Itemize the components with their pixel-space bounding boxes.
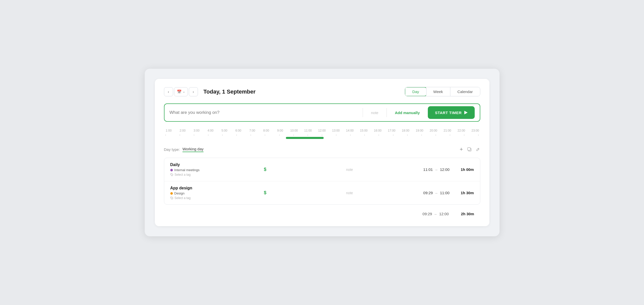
start-timer-label: START TIMER [435,111,462,115]
project-dot-2 [170,192,173,195]
entry-name-1: Daily [170,163,221,167]
nav-controls: ‹ 📅 ⌄ › [164,87,198,96]
copy-entry-button[interactable] [467,147,472,152]
tab-week[interactable]: Week [426,87,450,96]
time-label-23: 23:00 [471,129,479,132]
edit-entry-button[interactable] [476,147,480,152]
prev-button[interactable]: ‹ [164,87,173,96]
time-label-19: 19:00 [416,129,423,132]
entry-note-1[interactable]: note [309,168,390,172]
time-dash-1: – [435,167,437,172]
timeline-track [165,137,479,139]
day-type-row: Day type: Working day + [164,146,480,153]
time-label-5: 5:00 [220,129,228,132]
totals-start: 09:29 [422,212,432,216]
entry-name-2: App design [170,186,221,190]
entry-tag-1[interactable]: Select a tag [170,173,221,176]
timeline-section: 1:00 2:00 3:00 4:00 5:00 6:00 7:00 8:00 … [164,129,480,139]
time-label-11: 11:00 [304,129,312,132]
totals-duration: 2h 30m [454,212,474,216]
add-manually-button[interactable]: Add manually [391,111,424,115]
time-label-1: 1:00 [165,129,173,132]
entry-info-1: Daily Internal meetings Select a tag [170,163,221,176]
project-label-1: Internal meetings [174,168,200,172]
day-type-label: Day type: [164,147,180,152]
time-label-2: 2:00 [179,129,186,132]
entries-card: Daily Internal meetings Select a tag $ [164,158,480,205]
chevron-right-icon: › [193,90,194,94]
calendar-chevron-icon: ⌄ [183,90,185,93]
day-type-actions: + [460,146,480,153]
entry-note-2[interactable]: note [309,191,390,195]
note-field[interactable]: note [367,111,382,115]
timeline-bar [286,137,324,139]
time-label-15: 15:00 [360,129,367,132]
entry-duration-1: 1h 00m [454,167,474,172]
time-label-16: 16:00 [374,129,381,132]
tab-calendar[interactable]: Calendar [450,87,480,96]
totals-end: 12:00 [439,212,449,216]
time-label-14: 14:00 [346,129,354,132]
tag-label-1: Select a tag [175,173,191,176]
edit-icon [476,147,480,152]
totals-dash: – [435,212,437,216]
totals-row: 09:29 – 12:00 2h 30m [164,210,480,218]
page-title: Today, 1 September [204,88,256,95]
timeline-labels: 1:00 2:00 3:00 4:00 5:00 6:00 7:00 8:00 … [165,129,479,132]
project-label-2: Design [174,191,185,195]
time-label-12: 12:00 [318,129,326,132]
calendar-picker-button[interactable]: 📅 ⌄ [174,87,188,96]
time-label-21: 21:00 [444,129,451,132]
calendar-icon: 📅 [177,89,182,94]
entry-time-1: 11:01 – 12:00 [394,167,450,172]
table-row: Daily Internal meetings Select a tag $ [164,158,480,181]
time-label-13: 13:00 [332,129,340,132]
entry-billable-1[interactable]: $ [225,167,305,172]
time-label-18: 18:00 [402,129,409,132]
entry-info-2: App design Design Select a tag [170,186,221,200]
svg-rect-1 [468,148,470,150]
tag-label-2: Select a tag [175,196,191,200]
entry-billable-2[interactable]: $ [225,190,305,195]
time-dash-2: – [435,191,437,195]
time-label-7: 7:00 [248,129,256,132]
start-time-1: 11:01 [423,167,433,172]
end-time-1: 12:00 [440,167,450,172]
start-timer-button[interactable]: START TIMER [428,106,474,119]
time-label-22: 22:00 [457,129,465,132]
svg-point-2 [171,174,172,174]
time-label-6: 6:00 [234,129,242,132]
end-time-2: 11:00 [440,191,450,195]
table-row: App design Design Select a tag $ note [164,181,480,204]
time-label-4: 4:00 [207,129,214,132]
description-input[interactable] [170,110,359,115]
time-label-9: 9:00 [276,129,284,132]
time-label-10: 10:00 [290,129,298,132]
totals-time: 09:29 – 12:00 [422,212,449,216]
header-row: ‹ 📅 ⌄ › Today, 1 September Day Week Cale… [164,87,480,96]
timer-input-bar: note Add manually START TIMER [164,103,480,122]
divider [363,108,363,117]
start-time-2: 09:29 [423,191,433,195]
view-tabs: Day Week Calendar [405,87,480,96]
entry-project-1: Internal meetings [170,168,221,172]
tag-icon-2 [170,196,174,200]
svg-point-3 [171,197,172,198]
time-label-17: 17:00 [388,129,395,132]
tag-icon-1 [170,173,174,176]
play-icon [464,111,468,114]
day-type-value: Working day [182,147,204,152]
entry-project-2: Design [170,191,221,195]
time-label-20: 20:00 [430,129,437,132]
next-button[interactable]: › [189,87,198,96]
chevron-left-icon: ‹ [168,90,169,94]
entry-time-2: 09:29 – 11:00 [394,191,450,195]
add-entry-button[interactable]: + [460,146,463,153]
divider-2 [387,108,387,117]
tab-day[interactable]: Day [405,87,427,96]
time-label-3: 3:00 [193,129,200,132]
entry-tag-2[interactable]: Select a tag [170,196,221,200]
entry-duration-2: 1h 30m [454,191,474,195]
copy-icon [467,147,472,152]
project-dot-1 [170,169,173,171]
